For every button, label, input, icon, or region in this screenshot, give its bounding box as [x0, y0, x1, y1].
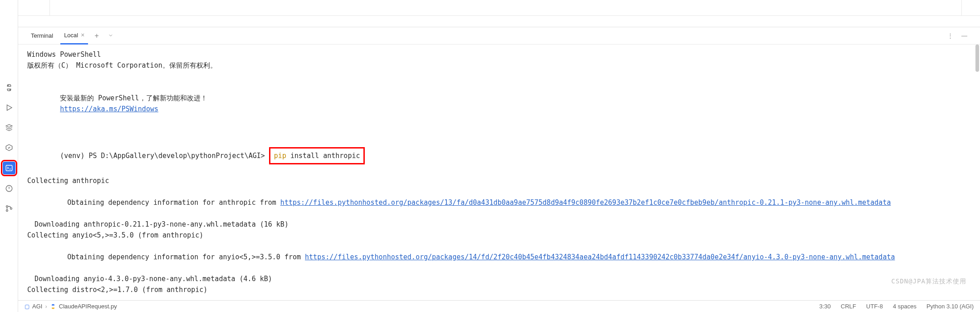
module-icon[interactable]: ▢ [24, 303, 29, 310]
breadcrumb-project[interactable]: AGI [32, 303, 42, 310]
terminal-prompt-line: (venv) PS D:\AppGallery\develop\pythonPr… [27, 136, 971, 175]
indent-setting[interactable]: 4 spaces [893, 303, 916, 310]
close-tab-icon[interactable]: × [81, 31, 84, 39]
editor-blank-area [18, 0, 980, 16]
more-options-icon[interactable]: ⋮ [947, 32, 953, 39]
terminal-line: Downloading anthropic-0.21.1-py3-none-an… [27, 219, 971, 230]
problems-icon[interactable] [3, 183, 15, 194]
minimize-panel-icon[interactable]: — [961, 32, 967, 39]
terminal-line: Obtaining dependency information for ant… [27, 186, 971, 219]
terminal-line: 版权所有（C） Microsoft Corporation。保留所有权利。 [27, 60, 971, 71]
terminal-line: Collecting distro<2,>=1.7.0 (from anthro… [27, 284, 971, 295]
line-ending[interactable]: CRLF [841, 303, 856, 310]
terminal-output[interactable]: Windows PowerShell 版权所有（C） Microsoft Cor… [18, 45, 980, 300]
svg-point-0 [8, 85, 8, 86]
panel-title: Terminal [27, 32, 57, 39]
add-tab-icon[interactable]: + [92, 32, 101, 40]
python-interpreter[interactable]: Python 3.10 (AGI) [926, 303, 974, 310]
terminal-tab-local[interactable]: Local × [60, 27, 88, 45]
svg-point-4 [6, 206, 8, 208]
svg-point-1 [10, 89, 10, 90]
terminal-panel-header: Terminal Local × + ⋮ — [18, 27, 980, 45]
left-tool-strip [0, 0, 18, 312]
tab-dropdown-icon[interactable] [105, 32, 116, 40]
terminal-line: Obtaining dependency information for any… [27, 241, 971, 273]
terminal-line: Collecting anthropic [27, 175, 971, 186]
run-icon[interactable] [3, 102, 15, 114]
svg-point-5 [6, 210, 8, 212]
status-bar: ▢ AGI › ClaudeAPIRequest.py 3:30 CRLF UT… [18, 300, 980, 312]
breadcrumb-file[interactable]: ClaudeAPIRequest.py [59, 303, 117, 310]
services-icon[interactable] [3, 142, 15, 154]
package-link[interactable]: https://files.pythonhosted.org/packages/… [305, 253, 895, 261]
highlighted-command: pip install anthropic [269, 147, 365, 164]
python-file-icon [50, 303, 56, 310]
python-console-icon[interactable] [3, 82, 15, 94]
file-encoding[interactable]: UTF-8 [866, 303, 883, 310]
terminal-line: Windows PowerShell [27, 49, 971, 60]
scrollbar-thumb[interactable] [975, 45, 979, 72]
cursor-position[interactable]: 3:30 [819, 303, 831, 310]
vcs-icon[interactable] [3, 203, 15, 214]
chevron-right-icon: › [45, 303, 47, 310]
ps-windows-link[interactable]: https://aka.ms/PSWindows [60, 105, 158, 113]
terminal-tab-label: Local [64, 32, 78, 39]
terminal-line: Downloading anyio-4.3.0-py3-none-any.whl… [27, 273, 971, 284]
terminal-line: 安装最新的 PowerShell，了解新功能和改进！ https://aka.m… [27, 82, 971, 125]
terminal-line: Collecting anyio<5,>=3.5.0 (from anthrop… [27, 230, 971, 241]
package-link[interactable]: https://files.pythonhosted.org/packages/… [280, 198, 891, 207]
packages-icon[interactable] [3, 122, 15, 134]
terminal-icon[interactable] [3, 162, 15, 174]
svg-point-6 [10, 208, 12, 209]
svg-rect-2 [6, 165, 12, 171]
